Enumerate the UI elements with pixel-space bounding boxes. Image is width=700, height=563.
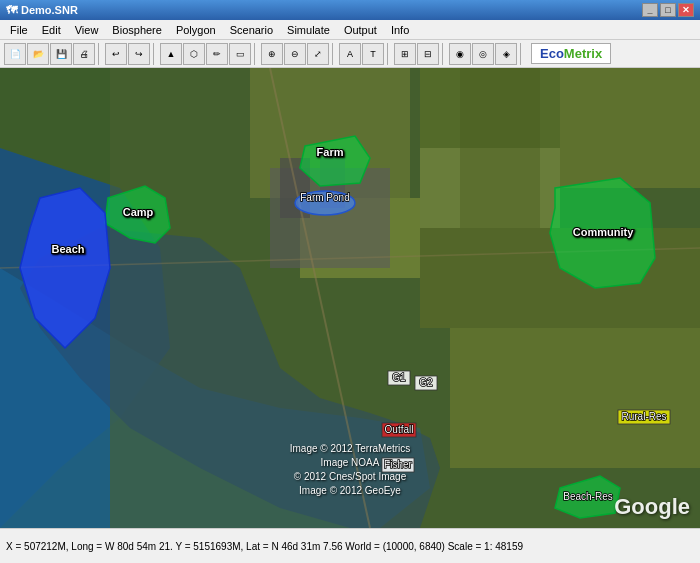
undo-button[interactable]: ↩ <box>105 43 127 65</box>
toolbar-separator <box>332 43 336 65</box>
g2-label: G2 <box>419 377 433 388</box>
farm-pond-label: Farm Pond <box>300 192 349 203</box>
menu-item-file[interactable]: File <box>4 22 34 38</box>
toolbar-separator <box>153 43 157 65</box>
rural-res-label: Rural-Res <box>621 411 666 422</box>
ecometrix-logo: EcoMetrix <box>531 43 611 64</box>
toolbar-separator <box>254 43 258 65</box>
rect-select-button[interactable]: ▭ <box>229 43 251 65</box>
toolbar-separator <box>520 43 524 65</box>
minimize-button[interactable]: _ <box>642 3 658 17</box>
print-button[interactable]: 🖨 <box>73 43 95 65</box>
status-text: X = 507212M, Long = W 80d 54m 21. Y = 51… <box>6 541 523 552</box>
toolbar-separator <box>387 43 391 65</box>
menu-item-output[interactable]: Output <box>338 22 383 38</box>
extra1-button[interactable]: ◉ <box>449 43 471 65</box>
open-file-button[interactable]: 📂 <box>27 43 49 65</box>
layout-tool-button[interactable]: ⊞ <box>394 43 416 65</box>
maximize-button[interactable]: □ <box>660 3 676 17</box>
svg-rect-10 <box>450 328 700 468</box>
g1-label: G1 <box>392 372 406 383</box>
extra3-button[interactable]: ◈ <box>495 43 517 65</box>
svg-rect-11 <box>460 68 540 228</box>
beach-res-label: Beach-Res <box>563 491 612 502</box>
polygon-tool-button[interactable]: ⬡ <box>183 43 205 65</box>
window-icon: 🗺 <box>6 4 17 16</box>
select-pointer-button[interactable]: ▲ <box>160 43 182 65</box>
redo-button[interactable]: ↪ <box>128 43 150 65</box>
status-bar: X = 507212M, Long = W 80d 54m 21. Y = 51… <box>0 528 700 563</box>
zoom-out-button[interactable]: ⊖ <box>284 43 306 65</box>
beach-label: Beach <box>51 243 84 255</box>
menu-item-info[interactable]: Info <box>385 22 415 38</box>
image-credit: Image © 2012 TerraMetrics Image NOAA © 2… <box>290 442 411 498</box>
menu-item-simulate[interactable]: Simulate <box>281 22 336 38</box>
menu-item-edit[interactable]: Edit <box>36 22 67 38</box>
menu-item-view[interactable]: View <box>69 22 105 38</box>
save-button[interactable]: 💾 <box>50 43 72 65</box>
outfall-label: Outfall <box>385 424 414 435</box>
window-controls: _ □ ✕ <box>642 3 694 17</box>
zoom-extent-button[interactable]: ⤢ <box>307 43 329 65</box>
community-label: Community <box>573 226 634 238</box>
extra2-button[interactable]: ◎ <box>472 43 494 65</box>
map-container[interactable]: Farm Farm Pond Camp Beach Community G1 G… <box>0 68 700 528</box>
edit-tool-button[interactable]: ✏ <box>206 43 228 65</box>
svg-rect-7 <box>560 68 700 188</box>
menu-bar: FileEditViewBiospherePolygonScenarioSimu… <box>0 20 700 40</box>
camp-label: Camp <box>123 206 154 218</box>
menu-item-biosphere[interactable]: Biosphere <box>106 22 168 38</box>
view-tool-button[interactable]: ⊟ <box>417 43 439 65</box>
toolbar-separator <box>442 43 446 65</box>
zoom-in-button[interactable]: ⊕ <box>261 43 283 65</box>
menu-item-scenario[interactable]: Scenario <box>224 22 279 38</box>
title-bar: 🗺 Demo.SNR _ □ ✕ <box>0 0 700 20</box>
label-tool-button[interactable]: T <box>362 43 384 65</box>
new-file-button[interactable]: 📄 <box>4 43 26 65</box>
farm-label: Farm <box>317 146 344 158</box>
text-tool-button[interactable]: A <box>339 43 361 65</box>
toolbar: 📄📂💾🖨↩↪▲⬡✏▭⊕⊖⤢AT⊞⊟◉◎◈EcoMetrix <box>0 40 700 68</box>
toolbar-separator <box>98 43 102 65</box>
close-button[interactable]: ✕ <box>678 3 694 17</box>
menu-item-polygon[interactable]: Polygon <box>170 22 222 38</box>
window-title: Demo.SNR <box>21 4 78 16</box>
google-watermark: Google <box>614 494 690 520</box>
